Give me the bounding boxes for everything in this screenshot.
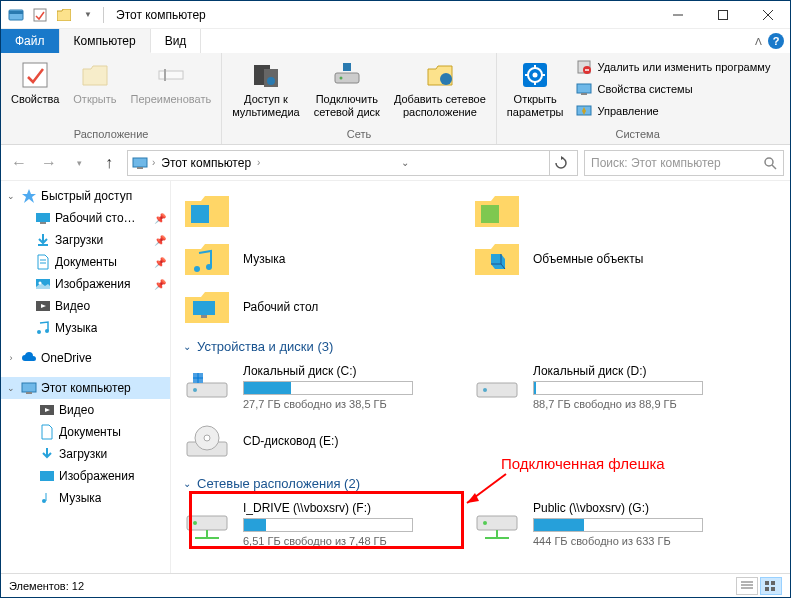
network-drive-g[interactable]: Public (\\vboxsrv) (G:) 444 ГБ свободно …	[469, 495, 759, 553]
svg-rect-2	[34, 9, 46, 21]
rename-icon	[155, 59, 187, 91]
hdd-icon	[183, 367, 231, 407]
sidebar-pc-documents[interactable]: Документы	[1, 421, 170, 443]
quick-access-toolbar: ▼	[1, 4, 99, 26]
sidebar-pc-music[interactable]: Музыка	[1, 487, 170, 509]
tab-file[interactable]: Файл	[1, 29, 60, 53]
network-drive-f[interactable]: I_DRIVE (\\vboxsrv) (F:) 6,51 ГБ свободн…	[179, 495, 469, 553]
svg-rect-31	[137, 167, 143, 169]
sidebar-pictures[interactable]: Изображения 📌	[1, 273, 170, 295]
sidebar-pc-videos[interactable]: Видео	[1, 399, 170, 421]
sidebar-music[interactable]: Музыка	[1, 317, 170, 339]
sidebar: ⌄ Быстрый доступ Рабочий сто… 📌 Загрузки…	[1, 181, 171, 573]
folder-music[interactable]: Музыка	[179, 235, 469, 283]
pin-icon: 📌	[154, 213, 166, 224]
uninstall-button[interactable]: Удалить или изменить программу	[572, 57, 775, 77]
manage-button[interactable]: Управление	[572, 101, 775, 121]
media-access-button[interactable]: Доступ к мультимедиа	[226, 55, 306, 123]
tab-view[interactable]: Вид	[151, 29, 202, 53]
svg-point-72	[193, 521, 197, 525]
svg-rect-51	[481, 205, 499, 223]
content-area: Музыка Объемные объекты Рабочий стол	[171, 181, 790, 573]
svg-rect-34	[36, 213, 50, 222]
qat-dropdown-icon[interactable]: ▼	[77, 4, 99, 26]
sidebar-desktop[interactable]: Рабочий сто… 📌	[1, 207, 170, 229]
folder-desktop[interactable]: Рабочий стол	[179, 283, 469, 331]
ribbon-collapse-icon[interactable]: ᐱ	[755, 36, 762, 47]
addr-dropdown-icon[interactable]: ⌄	[393, 151, 417, 175]
svg-rect-65	[199, 379, 204, 384]
sidebar-onedrive[interactable]: › OneDrive	[1, 347, 170, 369]
add-network-button[interactable]: Добавить сетевое расположение	[388, 55, 492, 123]
chevron-down-icon: ⌄	[183, 478, 191, 489]
drive-e-cd[interactable]: CD-дисковод (E:)	[179, 416, 469, 468]
close-button[interactable]	[745, 1, 790, 29]
nav-back-button[interactable]: ←	[7, 151, 31, 175]
chevron-down-icon[interactable]: ⌄	[5, 383, 17, 393]
breadcrumb[interactable]: Этот компьютер	[159, 156, 253, 170]
properties-button[interactable]: Свойства	[5, 55, 65, 110]
svg-rect-85	[765, 587, 769, 591]
open-settings-button[interactable]: Открыть параметры	[501, 55, 570, 123]
search-input[interactable]: Поиск: Этот компьютер	[584, 150, 784, 176]
svg-rect-64	[193, 379, 198, 384]
svg-point-32	[765, 158, 773, 166]
status-item-count: Элементов: 12	[9, 580, 84, 592]
document-icon	[39, 424, 55, 440]
maximize-button[interactable]	[700, 1, 745, 29]
section-network-header[interactable]: ⌄ Сетевые расположения (2)	[179, 468, 790, 495]
folder-partial-top2[interactable]	[469, 187, 759, 235]
picture-icon	[39, 468, 55, 484]
svg-rect-44	[22, 383, 36, 392]
nav-recent-button[interactable]: ▾	[67, 151, 91, 175]
system-properties-button[interactable]: Свойства системы	[572, 79, 775, 99]
svg-line-33	[772, 165, 776, 169]
svg-point-16	[440, 73, 452, 85]
star-icon	[21, 188, 37, 204]
svg-point-70	[204, 435, 210, 441]
section-drives-header[interactable]: ⌄ Устройства и диски (3)	[179, 331, 790, 358]
addressbar: ← → ▾ ↑ › Этот компьютер › ⌄ Поиск: Этот…	[1, 145, 790, 181]
folder-desktop-icon	[183, 287, 231, 327]
usage-bar	[533, 518, 703, 532]
tab-computer[interactable]: Компьютер	[60, 29, 151, 53]
nav-up-button[interactable]: ↑	[97, 151, 121, 175]
sidebar-documents[interactable]: Документы 📌	[1, 251, 170, 273]
chevron-right-icon[interactable]: ›	[5, 353, 17, 363]
sidebar-pc-pictures[interactable]: Изображения	[1, 465, 170, 487]
picture-icon	[35, 276, 51, 292]
svg-rect-1	[9, 11, 23, 14]
minimize-button[interactable]	[655, 1, 700, 29]
svg-rect-30	[133, 158, 147, 167]
download-icon	[35, 232, 51, 248]
sidebar-downloads[interactable]: Загрузки 📌	[1, 229, 170, 251]
usage-bar	[243, 381, 413, 395]
sidebar-quick-access[interactable]: ⌄ Быстрый доступ	[1, 185, 170, 207]
svg-point-67	[483, 388, 487, 392]
properties-icon	[19, 59, 51, 91]
qat-new-folder-icon[interactable]	[53, 4, 75, 26]
help-icon[interactable]: ?	[768, 33, 784, 49]
media-icon	[250, 59, 282, 91]
map-drive-button[interactable]: Подключить сетевой диск	[308, 55, 386, 123]
sidebar-this-pc[interactable]: ⌄ Этот компьютер	[1, 377, 170, 399]
sidebar-videos[interactable]: Видео	[1, 295, 170, 317]
music-icon	[35, 320, 51, 336]
address-path[interactable]: › Этот компьютер › ⌄	[127, 150, 578, 176]
folder-3d-objects[interactable]: Объемные объекты	[469, 235, 759, 283]
add-network-icon	[424, 59, 456, 91]
svg-rect-63	[199, 373, 204, 378]
drive-d[interactable]: Локальный диск (D:) 88,7 ГБ свободно из …	[469, 358, 759, 416]
chevron-down-icon[interactable]: ⌄	[5, 191, 17, 201]
ribbon: Свойства Открыть Переименовать Расположе…	[1, 53, 790, 145]
drive-c[interactable]: Локальный диск (C:) 27,7 ГБ свободно из …	[179, 358, 469, 416]
refresh-button[interactable]	[549, 151, 573, 175]
svg-point-42	[37, 330, 41, 334]
folder-partial-top[interactable]	[179, 187, 469, 235]
download-icon	[39, 446, 55, 462]
sidebar-pc-downloads[interactable]: Загрузки	[1, 443, 170, 465]
view-details-button[interactable]	[736, 577, 758, 595]
view-tiles-button[interactable]	[760, 577, 782, 595]
svg-rect-27	[577, 84, 591, 93]
qat-properties-icon[interactable]	[29, 4, 51, 26]
